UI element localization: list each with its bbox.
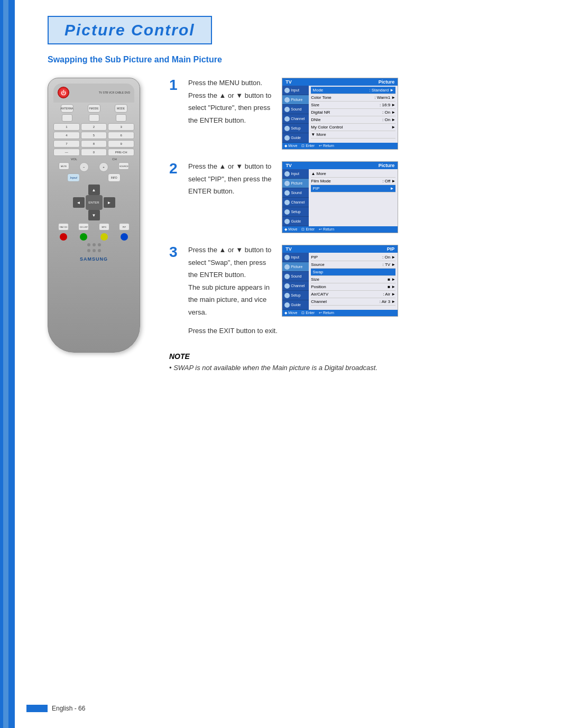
btn-2[interactable] xyxy=(89,114,99,122)
remote-top: TV STB VCR CABLE DVD xyxy=(53,84,134,103)
fmode-btn[interactable]: FMODE xyxy=(88,104,100,113)
menu-1-section: Picture xyxy=(379,79,395,85)
mute-btn[interactable]: MUTE xyxy=(59,162,69,170)
nav-enter-btn[interactable]: ENTER xyxy=(86,195,103,210)
menu-1: TV Picture Input Picture Sound Channel S… xyxy=(282,78,398,150)
num-0[interactable]: 0 xyxy=(81,149,107,156)
left-bar-inner xyxy=(3,0,8,728)
nav-top xyxy=(88,185,100,195)
step-1-line1: Press the MENU button. xyxy=(188,78,271,88)
step-3-num: 3 xyxy=(169,245,182,319)
sidebar-channel: Channel xyxy=(282,114,309,124)
vol-down-btn[interactable]: − xyxy=(79,162,89,172)
dot-1 xyxy=(87,243,90,246)
num-1[interactable]: 1 xyxy=(53,123,80,131)
sidebar-sound: Sound xyxy=(282,105,309,114)
bottom-bar: English - 66 xyxy=(26,705,555,712)
sidebar2-guide: Guide xyxy=(282,217,309,226)
num-4[interactable]: 4 xyxy=(53,132,80,139)
step-2-line3: ENTER button. xyxy=(188,186,271,197)
sidebar3-guide: Guide xyxy=(282,300,309,310)
left-bar xyxy=(0,0,15,728)
num-7[interactable]: 7 xyxy=(53,140,80,148)
menu-3-header: TV PIP xyxy=(282,245,398,253)
sidebar2-input: Input xyxy=(282,169,309,179)
menu3-row-aircatv: Air/CATV: Air ► xyxy=(311,291,395,298)
num-8[interactable]: 8 xyxy=(81,140,107,148)
step-2-line2: select "PIP", then press the xyxy=(188,174,271,185)
step-1-line3: select "Picture", then press xyxy=(188,103,271,113)
page-indicator: English - 66 xyxy=(26,705,85,712)
pip-btn[interactable]: PIP xyxy=(119,223,130,231)
sidebar-input: Input xyxy=(282,86,309,95)
step-2-row: Press the ▲ or ▼ button to select "PIP",… xyxy=(188,161,550,233)
step-1-line2: Press the ▲ or ▼ button to xyxy=(188,90,271,101)
num-5[interactable]: 5 xyxy=(81,132,107,139)
step-1-line4: the ENTER button. xyxy=(188,115,271,126)
menu-2-header: TV Picture xyxy=(282,162,398,169)
vol-up-btn[interactable]: + xyxy=(99,162,108,172)
btn-row-1 xyxy=(53,114,134,122)
sidebar-guide: Guide xyxy=(282,133,309,143)
steps-area: 1 Press the MENU button. Press the ▲ or … xyxy=(169,78,550,372)
info-btn[interactable]: INFO xyxy=(108,173,121,182)
num-9[interactable]: 9 xyxy=(108,140,134,148)
nav-bottom xyxy=(88,210,100,220)
step-1-text: Press the MENU button. Press the ▲ or ▼ … xyxy=(188,78,271,127)
mode-row: ANTENNA FMODE MODE xyxy=(53,104,134,113)
menu-3-sidebar: Input Picture Sound Channel Setup Guide xyxy=(282,253,309,310)
vol-label: VOL xyxy=(71,158,77,161)
indicator-dots xyxy=(53,243,134,246)
menu2-row-filmmode: Film Mode: Off ► xyxy=(311,178,395,185)
menu3-row-position: Position■ ► xyxy=(311,283,395,291)
menu-3-footer: ◆ Move⊡ Enter↩ Return xyxy=(282,310,398,316)
num-3[interactable]: 3 xyxy=(108,123,134,131)
menu-row-size: Size: 16:9 ► xyxy=(311,102,395,109)
step-3-line1: Press the ▲ or ▼ button to xyxy=(188,245,271,255)
dot-4 xyxy=(87,249,90,252)
nav-up-btn[interactable] xyxy=(88,185,100,195)
mts-btn[interactable]: MTS xyxy=(99,223,109,231)
favch-btn[interactable]: FAV CH xyxy=(58,223,69,231)
antenna-btn[interactable]: ANTENNA xyxy=(61,104,73,113)
dot-2 xyxy=(93,243,96,246)
nav-left-btn[interactable] xyxy=(73,197,85,208)
num-2[interactable]: 2 xyxy=(81,123,107,131)
step-3-line2: select "Swap", then press xyxy=(188,257,271,268)
dot-6 xyxy=(98,249,101,252)
nav-right-btn[interactable] xyxy=(104,197,115,208)
btn-1[interactable] xyxy=(62,114,72,122)
power-button[interactable] xyxy=(58,87,69,98)
input-btn[interactable]: Input xyxy=(67,173,80,182)
chlist-btn[interactable]: CH LIST xyxy=(78,223,89,231)
info-row: Input INFO xyxy=(53,173,134,182)
step-3-line4: The sub picture appears in xyxy=(188,282,271,293)
menu-row-dnr: Digital NR: On ► xyxy=(311,109,395,116)
menu-2-section: Picture xyxy=(379,163,395,168)
note-bullet: • SWAP is not available when the Main pi… xyxy=(169,364,550,372)
prech-btn[interactable]: PRE-CH xyxy=(108,149,134,156)
menu-1-body: Input Picture Sound Channel Setup Guide xyxy=(282,86,398,143)
samsung-label: SAMSUNG xyxy=(53,256,134,262)
content-area: TV STB VCR CABLE DVD ANTENNA FMODE MODE xyxy=(48,78,550,372)
menu-1-header: TV Picture xyxy=(282,78,398,86)
menu-3-tv: TV xyxy=(286,246,292,252)
nav-down-btn[interactable] xyxy=(88,210,100,220)
sidebar-setup: Setup xyxy=(282,124,309,133)
remote-container: TV STB VCR CABLE DVD ANTENNA FMODE MODE xyxy=(48,78,153,372)
step-2-content: Press the ▲ or ▼ button to select "PIP",… xyxy=(188,161,550,233)
source-btn[interactable]: SOURCE xyxy=(118,162,129,170)
menu-row-more: ▼ More xyxy=(311,131,395,139)
num-dash[interactable]: — xyxy=(53,149,80,156)
blue-btn[interactable] xyxy=(121,233,128,241)
menu-3: TV PIP Input Picture Sound Channel Setup xyxy=(282,245,398,317)
num-6[interactable]: 6 xyxy=(108,132,134,139)
red-btn[interactable] xyxy=(60,233,67,241)
mode-btn[interactable]: MODE xyxy=(115,104,127,113)
btn-3[interactable] xyxy=(116,114,126,122)
section-heading: Swapping the Sub Picture and Main Pictur… xyxy=(48,55,550,64)
green-btn[interactable] xyxy=(80,233,87,241)
yellow-btn[interactable] xyxy=(100,233,108,241)
menu3-row-swap: Swap xyxy=(311,269,395,276)
menu3-row-pip: PIP: On ► xyxy=(311,254,395,261)
